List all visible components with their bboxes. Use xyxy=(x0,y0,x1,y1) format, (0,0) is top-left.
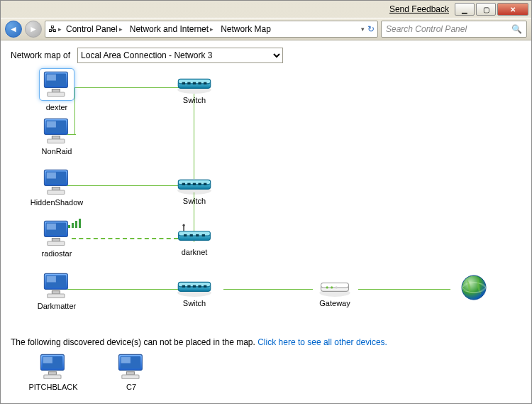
node-pitchblack[interactable]: PITCHBLACK xyxy=(25,353,82,391)
gateway-icon xyxy=(316,279,353,297)
node-label: PITCHBLACK xyxy=(25,383,82,391)
switch-icon xyxy=(176,177,213,195)
breadcrumb-label: Control Panel xyxy=(66,24,118,34)
node-label: Switch xyxy=(162,96,226,104)
network-icon: 🖧 xyxy=(48,24,57,34)
refresh-icon[interactable]: ↻ xyxy=(367,24,375,34)
node-label: Switch xyxy=(162,299,226,307)
node-hiddenshadow[interactable]: HiddenShadow xyxy=(25,168,89,207)
switch-icon xyxy=(176,279,213,297)
message-text: The following discovered device(s) can n… xyxy=(11,337,257,347)
content-area: Network map of Local Area Connection - N… xyxy=(1,40,531,403)
node-dexter[interactable]: dexter xyxy=(25,69,89,111)
connection-line xyxy=(223,289,313,290)
chevron-right-icon: ▸ xyxy=(210,26,214,33)
search-placeholder: Search Control Panel xyxy=(386,24,467,34)
computer-icon xyxy=(41,168,72,197)
node-internet[interactable] xyxy=(442,273,506,303)
globe-icon xyxy=(460,273,488,302)
node-label: Switch xyxy=(162,197,226,205)
chevron-right-icon: ▸ xyxy=(58,26,62,33)
close-button[interactable] xyxy=(497,3,528,16)
node-gateway[interactable]: Gateway xyxy=(303,279,367,307)
breadcrumb-label: Network Map xyxy=(221,24,271,34)
node-label: NonRaid xyxy=(25,147,89,155)
connection-line xyxy=(358,289,450,290)
node-nonraid[interactable]: NonRaid xyxy=(25,117,89,155)
node-switch-3[interactable]: Switch xyxy=(162,279,226,307)
search-input[interactable]: Search Control Panel 🔍 xyxy=(381,21,527,38)
chevron-right-icon: ▸ xyxy=(119,26,123,33)
node-switch-2[interactable]: Switch xyxy=(162,177,226,205)
node-radiostar[interactable]: radiostar xyxy=(25,219,89,258)
node-switch-1[interactable]: Switch xyxy=(162,76,226,104)
filter-label: Network map of xyxy=(11,50,70,60)
computer-icon xyxy=(41,117,72,146)
breadcrumb-network-internet[interactable]: Network and Internet ▸ xyxy=(127,21,216,37)
node-darkmatter[interactable]: Darkmatter xyxy=(25,272,89,310)
node-c7[interactable]: C7 xyxy=(103,353,160,391)
breadcrumb-network-map[interactable]: Network Map xyxy=(218,21,274,37)
unplaced-devices-message: The following discovered device(s) can n… xyxy=(11,337,521,347)
maximize-button[interactable] xyxy=(476,3,496,16)
search-icon: 🔍 xyxy=(511,24,522,34)
window-controls xyxy=(455,3,528,16)
forward-button[interactable]: ► xyxy=(25,21,42,38)
computer-icon xyxy=(116,353,147,381)
unplaced-devices-list: PITCHBLACK C7 xyxy=(11,353,521,391)
minimize-button[interactable] xyxy=(455,3,475,16)
node-label: Gateway xyxy=(303,299,367,307)
node-darknet[interactable]: darknet xyxy=(162,224,226,256)
back-button[interactable]: ◄ xyxy=(5,21,22,38)
computer-icon xyxy=(38,353,69,381)
node-label: HiddenShadow xyxy=(25,198,89,207)
breadcrumb-label: Network and Internet xyxy=(130,24,209,34)
node-label: dexter xyxy=(25,103,89,111)
network-select[interactable]: Local Area Connection - Network 3 xyxy=(77,48,283,63)
node-label: C7 xyxy=(103,383,160,391)
node-label: darknet xyxy=(162,248,226,256)
network-filter-row: Network map of Local Area Connection - N… xyxy=(11,48,521,63)
computer-icon xyxy=(41,272,72,300)
node-label: radiostar xyxy=(25,249,89,258)
titlebar: Send Feedback xyxy=(1,1,531,18)
breadcrumb-control-panel[interactable]: Control Panel ▸ xyxy=(63,21,126,37)
wifi-signal-icon xyxy=(68,218,82,229)
connection-line xyxy=(194,94,194,179)
computer-icon xyxy=(41,70,72,99)
navigation-bar: ◄ ► 🖧 ▸ Control Panel ▸ Network and Inte… xyxy=(1,18,531,40)
node-label: Darkmatter xyxy=(25,302,89,310)
router-icon xyxy=(176,224,213,246)
chevron-down-icon[interactable]: ▾ xyxy=(361,26,365,33)
see-all-devices-link[interactable]: Click here to see all other devices. xyxy=(257,337,387,347)
switch-icon xyxy=(176,76,213,94)
network-map-canvas: dexter NonRaid HiddenShadow radiostar Da… xyxy=(11,69,521,324)
send-feedback-link[interactable]: Send Feedback xyxy=(389,4,449,14)
network-map-window: Send Feedback ◄ ► 🖧 ▸ Control Panel ▸ Ne… xyxy=(0,0,532,404)
address-bar[interactable]: 🖧 ▸ Control Panel ▸ Network and Internet… xyxy=(45,21,378,38)
